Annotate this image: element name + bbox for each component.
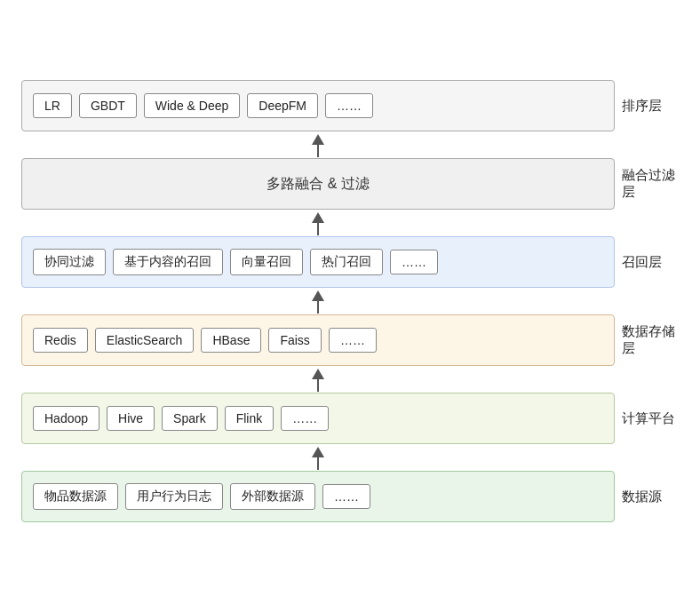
arrow-zhaohu: [21, 290, 679, 314]
arrow-shaft: [317, 457, 319, 470]
item-box: HBase: [201, 328, 261, 353]
item-box: ……: [281, 406, 329, 431]
up-arrow: [312, 447, 324, 470]
layer-box-paix: LRGBDTWide & DeepDeepFM……: [21, 80, 615, 131]
layer-box-ronghe: 多路融合 & 过滤: [21, 158, 615, 210]
arrow-head-icon: [312, 212, 324, 223]
item-box: ……: [390, 250, 438, 274]
layer-box-datasrc: 物品数据源用户行为日志外部数据源……: [21, 471, 615, 522]
arrow-calc: [21, 446, 679, 471]
item-box: Hive: [107, 406, 155, 431]
layer-row-cun: RedisElasticSearchHBaseFaiss……数据存储层: [21, 314, 679, 366]
layer-items-cun: RedisElasticSearchHBaseFaiss……: [33, 328, 377, 353]
layer-label-paix: 排序层: [615, 98, 679, 115]
layer-label-zhaohu: 召回层: [615, 254, 679, 271]
item-box: ElasticSearch: [95, 328, 195, 353]
item-box: GBDT: [79, 93, 137, 118]
item-box: 物品数据源: [33, 483, 118, 510]
layer-items-paix: LRGBDTWide & DeepDeepFM……: [33, 93, 373, 118]
layer-center-text-ronghe: 多路融合 & 过滤: [33, 175, 603, 194]
layer-row-ronghe: 多路融合 & 过滤融合过滤层: [21, 158, 679, 210]
up-arrow: [312, 290, 324, 314]
arrow-head-icon: [312, 447, 324, 457]
item-box: 外部数据源: [230, 483, 315, 510]
layer-row-calc: HadoopHiveSparkFlink……计算平台: [21, 393, 679, 444]
item-box: ……: [322, 484, 370, 509]
layer-box-zhaohu: 协同过滤基于内容的召回向量召回热门召回……: [21, 236, 615, 288]
layer-label-ronghe: 融合过滤层: [615, 167, 679, 201]
item-box: Redis: [33, 328, 88, 353]
arrow-cun: [21, 368, 679, 393]
arrow-head-icon: [312, 290, 324, 301]
up-arrow: [312, 134, 324, 157]
layer-box-cun: RedisElasticSearchHBaseFaiss……: [21, 314, 615, 366]
item-box: 用户行为日志: [125, 483, 223, 510]
item-box: ……: [329, 328, 377, 353]
layer-label-cun: 数据存储层: [615, 323, 679, 357]
item-box: 热门召回: [310, 249, 383, 275]
layer-items-zhaohu: 协同过滤基于内容的召回向量召回热门召回……: [33, 249, 438, 275]
item-box: 基于内容的召回: [113, 249, 223, 275]
item-box: DeepFM: [247, 93, 318, 118]
item-box: LR: [33, 93, 72, 118]
arrow-paix: [21, 133, 679, 158]
layer-label-calc: 计算平台: [615, 410, 679, 427]
arrow-head-icon: [312, 134, 324, 145]
arrow-head-icon: [312, 369, 324, 379]
item-box: Faiss: [268, 328, 321, 353]
arrow-shaft: [317, 379, 319, 392]
architecture-diagram: LRGBDTWide & DeepDeepFM……排序层多路融合 & 过滤融合过…: [21, 80, 679, 524]
item-box: 向量召回: [230, 249, 303, 275]
up-arrow: [312, 369, 324, 392]
layer-row-zhaohu: 协同过滤基于内容的召回向量召回热门召回……召回层: [21, 236, 679, 288]
up-arrow: [312, 212, 324, 235]
item-box: Flink: [225, 406, 274, 431]
layer-items-calc: HadoopHiveSparkFlink……: [33, 406, 329, 431]
layer-row-datasrc: 物品数据源用户行为日志外部数据源……数据源: [21, 471, 679, 522]
layer-items-datasrc: 物品数据源用户行为日志外部数据源……: [33, 483, 370, 510]
item-box: Hadoop: [33, 406, 99, 431]
item-box: Wide & Deep: [144, 93, 240, 118]
arrow-ronghe: [21, 211, 679, 236]
arrow-shaft: [317, 223, 319, 235]
item-box: Spark: [162, 406, 218, 431]
arrow-shaft: [317, 301, 319, 314]
arrow-shaft: [317, 145, 319, 157]
item-box: ……: [325, 93, 373, 118]
layer-box-calc: HadoopHiveSparkFlink……: [21, 393, 615, 444]
item-box: 协同过滤: [33, 249, 106, 275]
layer-row-paix: LRGBDTWide & DeepDeepFM……排序层: [21, 80, 679, 131]
layer-label-datasrc: 数据源: [615, 489, 679, 505]
